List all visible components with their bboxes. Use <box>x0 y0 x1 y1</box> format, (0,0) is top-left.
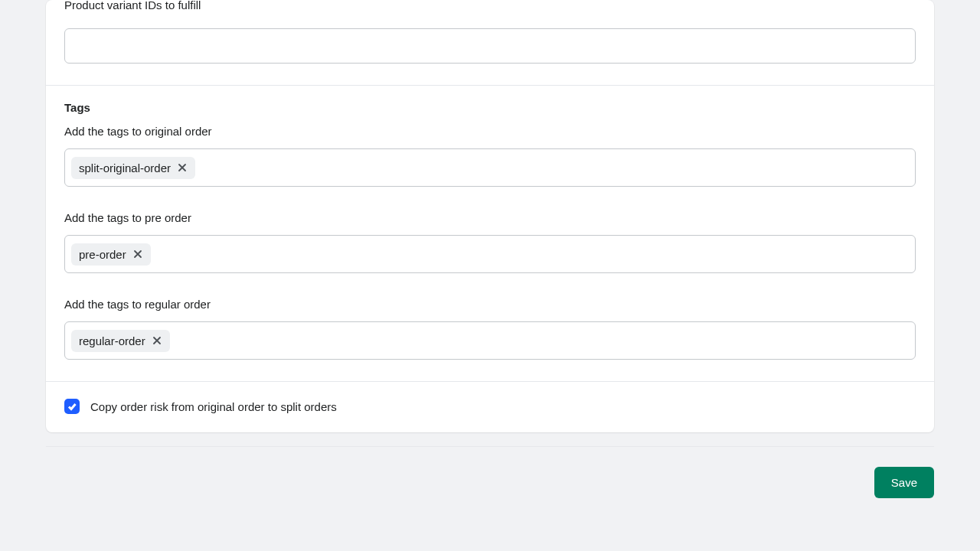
original-order-tags-label: Add the tags to original order <box>64 123 916 139</box>
remove-tag-icon[interactable] <box>132 249 143 259</box>
preorder-tags-input[interactable]: pre-order <box>64 235 916 273</box>
copy-risk-checkbox[interactable] <box>64 399 80 414</box>
regular-order-tags-label: Add the tags to regular order <box>64 296 916 312</box>
remove-tag-icon[interactable] <box>152 335 162 346</box>
copy-risk-row: Copy order risk from original order to s… <box>46 382 934 432</box>
preorder-tags-field: Add the tags to pre order pre-order <box>64 210 916 273</box>
save-button[interactable]: Save <box>874 467 934 498</box>
tag-chip: pre-order <box>71 243 151 266</box>
settings-card: Product variant IDs to fulfill Tags Add … <box>46 0 934 432</box>
variant-id-section: Product variant IDs to fulfill <box>46 0 934 85</box>
regular-order-tags-field: Add the tags to regular order regular-or… <box>64 296 916 360</box>
remove-tag-icon[interactable] <box>177 162 188 173</box>
original-order-tags-input[interactable]: split-original-order <box>64 148 916 187</box>
variant-id-input[interactable] <box>64 28 916 64</box>
tag-text: pre-order <box>79 248 126 261</box>
regular-order-tags-input[interactable]: regular-order <box>64 321 916 360</box>
preorder-tags-label: Add the tags to pre order <box>64 210 916 226</box>
tag-text: regular-order <box>79 334 145 347</box>
tags-section: Tags Add the tags to original order spli… <box>46 86 934 381</box>
tags-heading: Tags <box>64 101 916 114</box>
tag-chip: split-original-order <box>71 157 195 179</box>
tag-text: split-original-order <box>79 161 171 174</box>
tag-chip: regular-order <box>71 330 170 352</box>
original-order-tags-field: Add the tags to original order split-ori… <box>64 123 916 187</box>
copy-risk-label: Copy order risk from original order to s… <box>90 400 337 413</box>
footer-bar: Save <box>46 446 934 498</box>
variant-id-label: Product variant IDs to fulfill <box>64 0 916 13</box>
